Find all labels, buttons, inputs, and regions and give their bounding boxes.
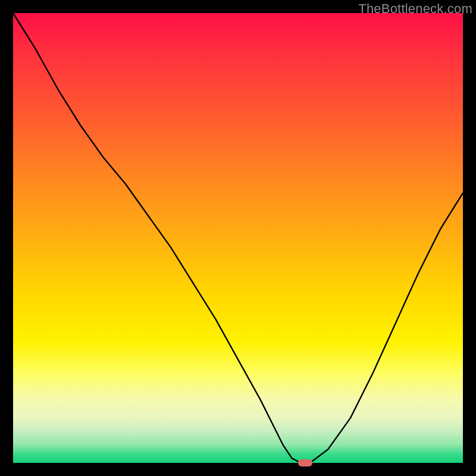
optimal-point-marker <box>298 459 312 466</box>
bottleneck-curve <box>13 13 463 463</box>
plot-area <box>13 13 463 463</box>
chart-frame: TheBottleneck.com <box>0 0 476 476</box>
watermark-text: TheBottleneck.com <box>358 1 472 17</box>
